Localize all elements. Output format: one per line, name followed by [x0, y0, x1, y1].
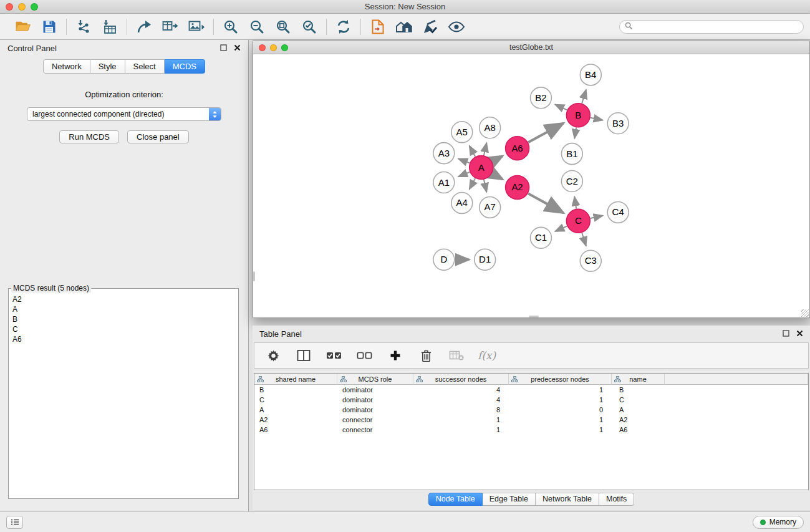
table-cell[interactable]: dominator — [337, 385, 413, 395]
table-cell[interactable]: 1 — [509, 425, 612, 435]
vertical-scrollbar-thumb[interactable] — [253, 271, 255, 281]
float-table-panel-icon[interactable] — [783, 329, 789, 339]
refresh-icon[interactable] — [334, 17, 353, 36]
tab-node-table[interactable]: Node Table — [428, 493, 483, 506]
zoom-fit-icon[interactable] — [274, 17, 292, 36]
network-graph[interactable]: B4B2BB3A5A8A6B1A3AC2A1A2A4A7C4CC1C3DD1 — [253, 54, 809, 317]
zoom-out-icon[interactable] — [248, 17, 266, 36]
fx-function-builder[interactable]: f(x) — [478, 349, 496, 362]
export-image-icon[interactable] — [187, 17, 206, 36]
import-network-icon[interactable] — [74, 17, 93, 36]
horizontal-scrollbar-thumb[interactable] — [529, 316, 539, 317]
table-cell[interactable]: C — [254, 395, 337, 405]
mcds-result-item[interactable]: C — [12, 324, 234, 334]
table-cell[interactable]: 1 — [413, 415, 509, 425]
tab-network-table[interactable]: Network Table — [536, 493, 599, 506]
column-header-shared-name[interactable]: shared name — [254, 374, 337, 385]
apply-style-icon[interactable] — [421, 17, 440, 36]
graph-edge-A-A6[interactable] — [492, 156, 503, 162]
table-cell[interactable]: A — [612, 405, 665, 415]
graph-edge-B-B3[interactable] — [591, 118, 603, 120]
graph-edge-A6-B[interactable] — [528, 123, 564, 143]
table-cell[interactable]: A6 — [254, 425, 337, 435]
table-cell[interactable]: A6 — [612, 425, 665, 435]
mcds-result-item[interactable]: A — [12, 304, 234, 314]
graph-edge-B-B1[interactable] — [574, 127, 576, 138]
select-all-icon[interactable] — [325, 346, 344, 365]
graph-edge-A-A5[interactable] — [470, 146, 475, 157]
table-cell[interactable]: connector — [337, 415, 413, 425]
deselect-all-icon[interactable] — [355, 346, 374, 365]
graph-edge-C-C2[interactable] — [574, 196, 576, 208]
graph-edge-A-A7[interactable] — [484, 180, 486, 192]
table-cell[interactable]: 4 — [413, 395, 509, 405]
table-cell[interactable]: 1 — [509, 395, 612, 405]
tab-mcds[interactable]: MCDS — [165, 59, 205, 74]
graph-edge-A-A8[interactable] — [484, 143, 486, 155]
graph-edge-A-A1[interactable] — [458, 172, 470, 177]
graph-edge-A-A2[interactable] — [492, 173, 503, 179]
table-cell[interactable]: C — [612, 395, 665, 405]
tab-style[interactable]: Style — [90, 59, 125, 74]
mcds-result-item[interactable]: A6 — [12, 334, 234, 344]
table-cell[interactable]: connector — [337, 425, 413, 435]
close-panel-icon[interactable] — [234, 44, 241, 53]
column-header-successor-nodes[interactable]: successor nodes — [413, 374, 509, 385]
zoom-window-icon[interactable] — [31, 3, 38, 11]
graph-edge-C-C1[interactable] — [555, 226, 567, 231]
criterion-dropdown[interactable]: largest connected component (directed) — [27, 107, 221, 121]
table-cell[interactable]: 1 — [509, 385, 612, 395]
column-header-mcds-role[interactable]: MCDS role — [337, 374, 413, 385]
table-cell[interactable]: 4 — [413, 385, 509, 395]
memory-button[interactable]: Memory — [753, 516, 804, 529]
add-row-icon[interactable] — [386, 346, 405, 365]
resize-grip-icon[interactable] — [801, 309, 809, 317]
table-cell[interactable]: B — [612, 385, 665, 395]
table-cell[interactable]: 0 — [509, 405, 612, 415]
search-box[interactable] — [619, 20, 804, 34]
tab-edge-table[interactable]: Edge Table — [483, 493, 536, 506]
close-table-panel-icon[interactable] — [796, 329, 803, 339]
export-table-icon[interactable] — [161, 17, 180, 36]
graph-edge-B-B4[interactable] — [582, 90, 586, 104]
tab-network[interactable]: Network — [43, 59, 90, 74]
save-icon[interactable] — [40, 17, 59, 36]
table-row[interactable]: A6connector11A6 — [254, 425, 808, 435]
table-row[interactable]: A2connector11A2 — [254, 415, 808, 425]
minimize-window-icon[interactable] — [18, 3, 26, 11]
network-minimize-icon[interactable] — [270, 44, 277, 51]
table-row[interactable]: Adominator80A — [254, 405, 808, 415]
close-panel-button[interactable]: Close panel — [127, 130, 189, 143]
import-table-icon[interactable] — [100, 17, 119, 36]
graph-edge-A-A3[interactable] — [458, 159, 470, 163]
table-cell[interactable]: A2 — [254, 415, 337, 425]
table-cell[interactable]: dominator — [337, 395, 413, 405]
tab-select[interactable]: Select — [125, 59, 165, 74]
table-cell[interactable]: A — [254, 405, 337, 415]
table-cell[interactable]: 1 — [509, 415, 612, 425]
table-cell[interactable]: B — [254, 385, 337, 395]
zoom-in-icon[interactable] — [221, 17, 240, 36]
table-cell[interactable]: A2 — [612, 415, 665, 425]
table-cell[interactable]: 8 — [413, 405, 509, 415]
table-row[interactable]: Cdominator41C — [254, 395, 808, 405]
gear-icon[interactable] — [264, 346, 282, 365]
close-window-icon[interactable] — [6, 3, 13, 11]
column-header-predecessor-nodes[interactable]: predecessor nodes — [509, 374, 612, 385]
eye-icon[interactable] — [447, 17, 466, 36]
delete-row-icon[interactable] — [417, 346, 435, 365]
task-history-button[interactable] — [6, 516, 23, 529]
graph-edge-A2-C[interactable] — [528, 193, 564, 213]
open-session-icon[interactable] — [369, 17, 387, 36]
table-cell[interactable]: dominator — [337, 405, 413, 415]
table-row[interactable]: Bdominator41B — [254, 385, 808, 395]
graph-edge-C-C4[interactable] — [591, 216, 603, 218]
column-header-name[interactable]: name — [612, 374, 665, 385]
run-mcds-button[interactable]: Run MCDS — [59, 130, 119, 143]
mcds-result-item[interactable]: A2 — [12, 294, 234, 304]
graph-edge-A-A4[interactable] — [470, 178, 475, 189]
zoom-selected-icon[interactable] — [300, 17, 319, 36]
table-cell[interactable]: 1 — [413, 425, 509, 435]
network-zoom-icon[interactable] — [281, 44, 288, 51]
mcds-result-item[interactable]: B — [12, 314, 234, 324]
